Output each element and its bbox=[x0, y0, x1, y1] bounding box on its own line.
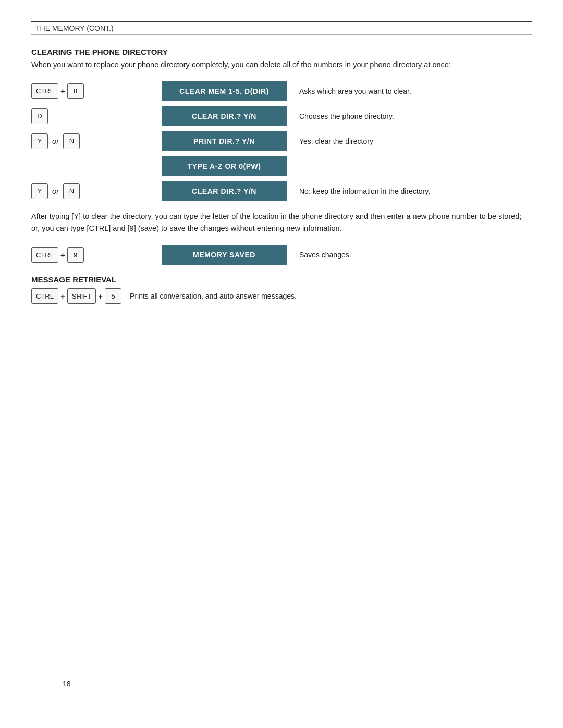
shortcut-row-message: CTRL + SHIFT + 5 Prints all conversation… bbox=[31, 288, 532, 304]
plus-1: + bbox=[60, 87, 65, 95]
shortcut-row-5: Y or N CLEAR DIR.? Y/N No: keep the info… bbox=[31, 181, 532, 201]
key-ctrl-3: CTRL bbox=[31, 288, 58, 304]
keys-ctrl-shift-5: CTRL + SHIFT + 5 bbox=[31, 288, 121, 304]
header-text: THE MEMORY (CONT.) bbox=[35, 24, 114, 32]
display-type-az: TYPE A-Z OR 0(PW) bbox=[162, 156, 291, 176]
desc-save: Saves changes. bbox=[291, 250, 351, 260]
shortcut-row-save: CTRL + 9 MEMORY SAVED Saves changes. bbox=[31, 245, 532, 265]
display-panel-4: TYPE A-Z OR 0(PW) bbox=[162, 156, 287, 176]
display-panel-3: PRINT DIR.? Y/N bbox=[162, 131, 287, 151]
desc-message: Prints all conversation, and auto answer… bbox=[130, 291, 297, 301]
plus-3: + bbox=[60, 292, 65, 301]
display-clear-dir-1: CLEAR DIR.? Y/N bbox=[162, 106, 291, 126]
page-header: THE MEMORY (CONT.) bbox=[31, 21, 532, 35]
display-clear-mem: CLEAR MEM 1-5, D(DIR) bbox=[162, 81, 291, 101]
key-ctrl-2: CTRL bbox=[31, 247, 58, 263]
key-d: D bbox=[31, 108, 48, 124]
shortcut-row-3: Y or N PRINT DIR.? Y/N Yes: clear the di… bbox=[31, 131, 532, 151]
display-print-dir: PRINT DIR.? Y/N bbox=[162, 131, 291, 151]
key-5: 5 bbox=[105, 288, 121, 304]
or-label-1: or bbox=[52, 137, 59, 145]
or-label-2: or bbox=[52, 187, 59, 195]
keys-y-or-n-1: Y or N bbox=[31, 133, 162, 149]
plus-4: + bbox=[98, 292, 103, 301]
keys-ctrl-8: CTRL + 8 bbox=[31, 83, 162, 99]
display-clear-dir-2: CLEAR DIR.? Y/N bbox=[162, 181, 291, 201]
display-panel-save: MEMORY SAVED bbox=[162, 245, 287, 265]
keys-d: D bbox=[31, 108, 162, 124]
desc-5: No: keep the information in the director… bbox=[291, 186, 430, 196]
display-memory-saved: MEMORY SAVED bbox=[162, 245, 291, 265]
shortcut-row-2: D CLEAR DIR.? Y/N Chooses the phone dire… bbox=[31, 106, 532, 126]
key-y-2: Y bbox=[31, 183, 48, 199]
message-section: MESSAGE RETRIEVAL CTRL + SHIFT + 5 Print… bbox=[31, 275, 532, 304]
shortcut-row-1: CTRL + 8 CLEAR MEM 1-5, D(DIR) Asks whic… bbox=[31, 81, 532, 101]
desc-2: Chooses the phone directory. bbox=[291, 111, 394, 121]
shortcut-row-4: TYPE A-Z OR 0(PW) bbox=[31, 156, 532, 176]
page-number: 18 bbox=[63, 680, 71, 688]
keys-y-or-n-2: Y or N bbox=[31, 183, 162, 199]
key-y-1: Y bbox=[31, 133, 48, 149]
after-text: After typing [Y] to clear the directory,… bbox=[31, 211, 532, 235]
clearing-intro: When you want to replace your phone dire… bbox=[31, 59, 532, 71]
key-8: 8 bbox=[67, 83, 84, 99]
display-panel-5: CLEAR DIR.? Y/N bbox=[162, 181, 287, 201]
key-9: 9 bbox=[67, 247, 84, 263]
display-panel-2: CLEAR DIR.? Y/N bbox=[162, 106, 287, 126]
plus-2: + bbox=[60, 251, 65, 260]
display-panel-1: CLEAR MEM 1-5, D(DIR) bbox=[162, 81, 287, 101]
desc-1: Asks which area you want to clear. bbox=[291, 86, 411, 96]
key-n-2: N bbox=[63, 183, 80, 199]
keys-ctrl-9: CTRL + 9 bbox=[31, 247, 162, 263]
clearing-section: CLEARING THE PHONE DIRECTORY When you wa… bbox=[31, 47, 532, 265]
clearing-title: CLEARING THE PHONE DIRECTORY bbox=[31, 47, 532, 56]
key-ctrl: CTRL bbox=[31, 83, 58, 99]
desc-3: Yes: clear the directory bbox=[291, 136, 373, 146]
key-n-1: N bbox=[63, 133, 80, 149]
key-shift: SHIFT bbox=[67, 288, 96, 304]
message-title: MESSAGE RETRIEVAL bbox=[31, 275, 532, 284]
